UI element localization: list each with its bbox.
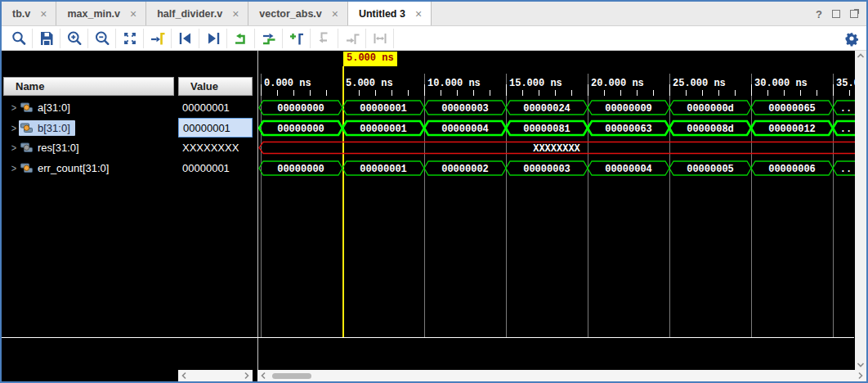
- time-cursor-label[interactable]: 5.000 ns: [343, 52, 397, 66]
- svg-text:00000063: 00000063: [605, 124, 652, 135]
- signal-value-cell[interactable]: XXXXXXXX: [178, 137, 253, 157]
- ruler-tick-label: 0.000 ns: [264, 78, 311, 89]
- ruler-minor-tick: [408, 90, 409, 96]
- tab-close-icon[interactable]: ×: [415, 8, 422, 20]
- next-edge-icon[interactable]: [255, 29, 283, 48]
- expand-chevron-icon[interactable]: >: [9, 122, 19, 133]
- ruler-major-tick: [424, 84, 425, 96]
- svg-text:00000000: 00000000: [277, 164, 324, 175]
- float-window-icon[interactable]: [832, 10, 840, 18]
- signal-value-cell[interactable]: 00000001: [178, 118, 253, 137]
- signal-row-a[interactable]: >a[31:0]: [3, 97, 175, 117]
- tab-label: tb.v: [12, 8, 30, 20]
- zoom-out-icon[interactable]: [88, 29, 116, 48]
- expand-chevron-icon[interactable]: >: [9, 142, 19, 153]
- tab-close-icon[interactable]: ×: [130, 8, 136, 20]
- previous-transition-icon[interactable]: [172, 29, 199, 48]
- ruler-major-tick: [506, 84, 507, 96]
- save-waveform-icon[interactable]: [33, 29, 60, 48]
- ruler-tick-label: 10.000 ns: [427, 78, 481, 89]
- value-column-header[interactable]: Value: [178, 77, 253, 96]
- measure-markers-icon[interactable]: [366, 29, 394, 48]
- zoom-fit-icon[interactable]: [116, 29, 144, 48]
- go-to-rising-edge-icon[interactable]: [338, 29, 366, 48]
- expand-chevron-icon[interactable]: >: [9, 162, 19, 173]
- signal-name-selected[interactable]: b[31:0]: [19, 120, 75, 136]
- signal-row-res[interactable]: >res[31:0]: [3, 137, 175, 157]
- ruler-major-tick: [833, 84, 834, 96]
- wave-horizontal-scrollbar[interactable]: [257, 370, 866, 381]
- svg-text:..: ..: [840, 103, 852, 115]
- ruler-minor-tick: [571, 90, 572, 96]
- tab-tb-v[interactable]: tb.v×: [2, 2, 56, 25]
- signal-name[interactable]: a[31:0]: [19, 100, 75, 115]
- settings-gear-icon[interactable]: [837, 29, 866, 48]
- signal-row-b[interactable]: >b[31:0]: [3, 118, 175, 137]
- previous-edge-icon[interactable]: [227, 29, 255, 48]
- ruler-minor-tick: [637, 90, 638, 96]
- ruler-minor-tick: [849, 90, 850, 96]
- search-icon[interactable]: [5, 29, 33, 48]
- signal-value-cell[interactable]: 00000001: [178, 97, 253, 117]
- signal-name[interactable]: res[31:0]: [19, 140, 84, 155]
- scroll-down-icon: [857, 362, 865, 368]
- ruler-minor-tick: [359, 90, 360, 96]
- ruler-major-tick: [669, 84, 670, 96]
- wave-row-a[interactable]: 0000000000000001000000030000002400000009…: [258, 99, 855, 116]
- svg-text:00000000: 00000000: [277, 103, 324, 115]
- svg-text:00000001: 00000001: [360, 124, 407, 135]
- svg-text:00000081: 00000081: [523, 124, 570, 135]
- value-column-scrollbar[interactable]: [178, 370, 253, 381]
- expand-chevron-icon[interactable]: >: [9, 101, 19, 113]
- wave-row-err_count[interactable]: 0000000000000001000000020000000300000004…: [258, 160, 855, 177]
- ruler-major-tick: [261, 84, 262, 96]
- ruler-minor-tick: [555, 90, 556, 96]
- svg-text:00000006: 00000006: [768, 164, 816, 175]
- tab-untitled-3[interactable]: Untitled 3×: [348, 2, 432, 25]
- scroll-right-icon: [857, 372, 864, 380]
- wave-row-res[interactable]: XXXXXXXX: [258, 139, 855, 156]
- go-to-falling-edge-icon[interactable]: [311, 29, 338, 48]
- zoom-in-icon[interactable]: [60, 29, 88, 48]
- next-transition-icon[interactable]: [199, 29, 227, 48]
- signal-value-cell[interactable]: 00000001: [178, 158, 253, 178]
- ruler-minor-tick: [457, 90, 458, 96]
- tab-max-min-v[interactable]: max_min.v×: [56, 2, 146, 25]
- ruler-minor-tick: [767, 90, 768, 96]
- maximize-window-icon[interactable]: [850, 10, 858, 18]
- help-icon[interactable]: ?: [816, 9, 822, 20]
- ruler-tick-label: 25.000 ns: [673, 78, 726, 89]
- add-marker-icon[interactable]: [283, 29, 311, 48]
- waveform-viewer-window: tb.v×max_min.v×half_divider.v×vector_abs…: [0, 0, 868, 383]
- tab-close-icon[interactable]: ×: [40, 8, 47, 20]
- tab-vector-abs-v[interactable]: vector_abs.v×: [248, 2, 348, 25]
- wave-canvas[interactable]: 0.000 ns5.000 ns10.000 ns15.000 ns20.000…: [257, 51, 855, 381]
- signals-end-separator: [2, 337, 854, 338]
- tab-close-icon[interactable]: ×: [232, 8, 239, 20]
- signal-row-err_count[interactable]: >err_count[31:0]: [3, 158, 175, 178]
- name-column-header[interactable]: Name: [3, 77, 174, 96]
- ruler-minor-tick: [653, 90, 654, 96]
- waveform-toolbar: [2, 26, 866, 51]
- wave-row-b[interactable]: 0000000000000001000000040000008100000063…: [258, 119, 855, 137]
- bus-signal-icon: [20, 102, 33, 113]
- signal-name[interactable]: err_count[31:0]: [19, 160, 114, 176]
- svg-text:..: ..: [840, 124, 852, 135]
- signal-name-label: a[31:0]: [38, 101, 70, 114]
- bus-signal-icon: [20, 163, 33, 173]
- ruler-minor-tick: [490, 90, 490, 96]
- ruler-minor-tick: [522, 90, 523, 96]
- svg-text:00000003: 00000003: [523, 164, 570, 175]
- svg-text:00000012: 00000012: [768, 124, 816, 135]
- svg-text:00000001: 00000001: [360, 103, 407, 115]
- tab-close-icon[interactable]: ×: [332, 8, 338, 20]
- svg-text:00000009: 00000009: [605, 103, 652, 115]
- tab-half-divider-v[interactable]: half_divider.v×: [146, 2, 248, 25]
- tab-label: half_divider.v: [157, 8, 222, 20]
- waveform-main: Name Value >a[31:0]>b[31:0]>res[31:0]>er…: [2, 51, 866, 381]
- go-to-time-cursor-icon[interactable]: [144, 29, 172, 48]
- ruler-minor-tick: [326, 90, 327, 96]
- svg-text:00000003: 00000003: [441, 103, 489, 115]
- wave-scrollbar-thumb[interactable]: [272, 373, 311, 379]
- wave-vertical-scrollbar[interactable]: [855, 51, 866, 370]
